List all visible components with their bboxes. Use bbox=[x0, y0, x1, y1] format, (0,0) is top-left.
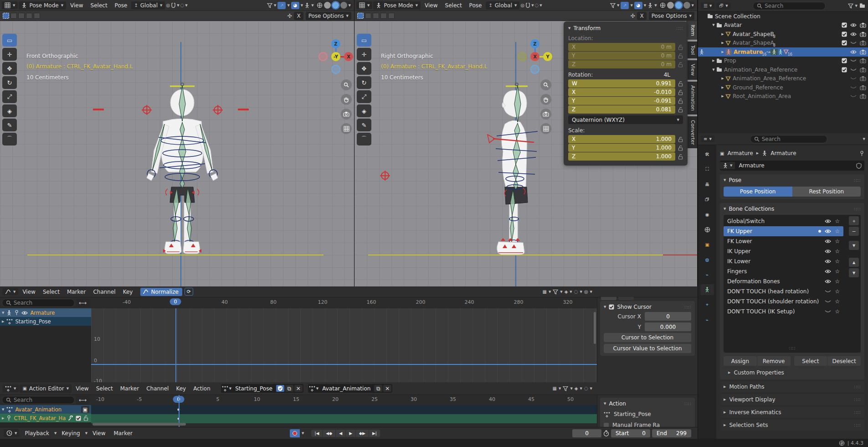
outliner-row[interactable]: ▶Armature16↝16 bbox=[698, 47, 868, 57]
tool-cursor-button[interactable]: ✛ bbox=[2, 48, 17, 61]
tool-select-box-button[interactable]: ▭ bbox=[2, 34, 17, 47]
graph-menu-view[interactable]: View bbox=[19, 288, 38, 296]
snap-icon[interactable]: ◈ bbox=[565, 289, 568, 294]
timeline-menu-playback[interactable]: Playback bbox=[21, 429, 52, 437]
lock-open-icon[interactable] bbox=[678, 53, 683, 59]
prev-keyframe-button[interactable]: ◀◆ bbox=[323, 430, 336, 437]
breadcrumb-data[interactable]: Armature bbox=[770, 150, 796, 156]
value-slider-z[interactable]: Z0.081 bbox=[568, 105, 675, 114]
eye-closed-icon[interactable] bbox=[825, 300, 831, 303]
action-panel-header[interactable]: ▼Action∷∷ bbox=[604, 400, 691, 407]
select-mode-2-button[interactable] bbox=[373, 13, 379, 19]
graph-menu-channel[interactable]: Channel bbox=[90, 288, 118, 296]
shading-wireframe-icon[interactable] bbox=[317, 2, 323, 8]
chevron-down-icon[interactable]: ▼ bbox=[863, 137, 865, 141]
bone-collection-row[interactable]: DON'T TOUCH (head rotation)☆ bbox=[724, 286, 843, 296]
select-button[interactable]: Select bbox=[794, 356, 827, 366]
eye-open-icon[interactable] bbox=[825, 229, 831, 234]
vp2-menu-pose[interactable]: Pose bbox=[466, 1, 485, 10]
expander-icon[interactable]: ▶ bbox=[720, 32, 725, 36]
move-down-button[interactable]: ▼ bbox=[849, 268, 859, 277]
dope-menu-select[interactable]: Select bbox=[93, 385, 116, 393]
vp2-mode-selector[interactable]: Pose Mode▼ bbox=[373, 1, 421, 10]
action-datablock[interactable]: ▼Starting_Pose⧉✕ bbox=[221, 384, 303, 393]
outliner-row[interactable]: ▶Ground_Reference bbox=[698, 83, 868, 92]
dope-mode-dropdown[interactable]: ▣Action Editor▼ bbox=[20, 385, 72, 393]
unlink-icon[interactable]: ✕ bbox=[294, 385, 303, 392]
graph-editor-type-button[interactable]: ▼ bbox=[2, 288, 18, 295]
select-mode-2-button[interactable] bbox=[18, 13, 25, 19]
gizmo-z-minus[interactable] bbox=[530, 65, 539, 74]
lock-open-icon[interactable] bbox=[678, 89, 683, 95]
eye-open-icon[interactable] bbox=[850, 32, 857, 36]
cursor-to-selection-button[interactable]: Cursor to Selection bbox=[604, 333, 691, 342]
graph-vertical-scrollbar[interactable] bbox=[594, 312, 596, 344]
vp2-menu-select[interactable]: Select bbox=[442, 1, 465, 10]
dope-playhead[interactable] bbox=[179, 395, 180, 427]
expander-icon[interactable]: ▼ bbox=[711, 68, 716, 72]
graph-menu-key[interactable]: Key bbox=[120, 288, 136, 296]
graph-search-input[interactable]: Search bbox=[2, 299, 75, 307]
gizmo-center-ball[interactable]: -Y bbox=[331, 52, 340, 61]
graph-curve-area[interactable]: 100-10 bbox=[91, 308, 597, 382]
vp1-menu-view[interactable]: View bbox=[67, 1, 86, 10]
visibility-filter-icon[interactable] bbox=[610, 3, 616, 8]
lock-open-icon[interactable] bbox=[678, 136, 683, 142]
tab-bone-constraint[interactable]: ⌁ bbox=[700, 314, 714, 325]
eye-open-icon[interactable] bbox=[825, 259, 831, 264]
timeline-menu-marker[interactable]: Marker bbox=[111, 429, 136, 437]
next-keyframe-button[interactable]: ◆▶ bbox=[356, 430, 369, 437]
value-slider-z[interactable]: Z0 m bbox=[568, 60, 675, 68]
current-frame-pill[interactable]: 0 bbox=[170, 298, 181, 305]
deselect-button[interactable]: Deselect bbox=[827, 356, 861, 366]
bone-collection-row[interactable]: IK Upper☆ bbox=[724, 246, 843, 256]
lock-open-icon[interactable] bbox=[678, 81, 683, 87]
camera-disable-icon[interactable] bbox=[860, 22, 866, 28]
select-mode-4-button[interactable] bbox=[34, 13, 40, 19]
shading-wireframe-icon[interactable] bbox=[660, 2, 666, 8]
tool-cursor-button[interactable]: ✛ bbox=[357, 48, 371, 61]
dope-channel-bone[interactable]: ▶CTRL_FK_Avatar_Ha bbox=[0, 414, 91, 422]
eye-closed-icon[interactable] bbox=[825, 310, 831, 313]
shading-solid-icon[interactable] bbox=[324, 2, 331, 9]
vp2-editor-type-button[interactable]: ▼ bbox=[356, 1, 372, 9]
filter-toggle-button[interactable]: ⟷ bbox=[76, 299, 89, 307]
rotation-mode-dropdown[interactable]: Quaternion (WXYZ)▼ bbox=[568, 115, 683, 124]
lock-open-icon[interactable] bbox=[678, 145, 683, 151]
shading-solid-icon[interactable] bbox=[667, 2, 674, 9]
armature-name-field[interactable]: ▼Armature bbox=[720, 161, 864, 171]
proportional-edit-icon[interactable]: ◌ bbox=[180, 3, 185, 8]
camera-disable-icon[interactable] bbox=[860, 58, 866, 63]
only-selected-icon[interactable]: ▦ bbox=[553, 386, 557, 391]
tab-physics[interactable]: ◍ bbox=[700, 254, 714, 265]
gizmo-center-ball[interactable]: X bbox=[530, 52, 539, 61]
eye-dim-icon[interactable] bbox=[850, 94, 857, 98]
expander-icon[interactable]: ▶ bbox=[720, 77, 725, 80]
exclude-checkbox[interactable] bbox=[842, 58, 847, 63]
overlays-toggle-icon[interactable]: ◕ bbox=[291, 2, 299, 9]
transform-panel-header[interactable]: ▼Transform∷∷ bbox=[568, 25, 683, 31]
current-frame-field[interactable]: 0 bbox=[572, 429, 601, 437]
camera-disable-icon[interactable] bbox=[860, 49, 866, 55]
expander-icon[interactable]: ▶ bbox=[720, 50, 725, 54]
outliner-row[interactable]: ▶Avatar_ShapeB8 bbox=[698, 30, 868, 39]
sidebar-tab-view[interactable]: View bbox=[686, 60, 697, 79]
shading-material-icon[interactable] bbox=[332, 2, 339, 9]
outliner-row[interactable]: ▶Prop bbox=[698, 57, 868, 66]
timeline-menu-view[interactable]: View bbox=[89, 429, 108, 437]
outliner-display-mode-button[interactable]: ☰▼ bbox=[701, 2, 714, 9]
jump-to-end-button[interactable]: ▶| bbox=[369, 430, 380, 437]
vp1-axis-gizmo[interactable]: ZX-Y bbox=[317, 37, 354, 76]
eye-closed-icon[interactable] bbox=[850, 68, 857, 72]
vp1-pose-options-dropdown[interactable]: Pose Options▼ bbox=[306, 12, 351, 20]
gizmo-z-plus[interactable]: Z bbox=[331, 39, 340, 48]
solo-star-icon[interactable]: ☆ bbox=[835, 278, 840, 285]
outliner-filter-mode-button[interactable]: 🗗▼ bbox=[716, 2, 730, 9]
graph-playhead[interactable] bbox=[175, 308, 176, 382]
proportional-icon[interactable]: ◌ bbox=[574, 289, 578, 294]
sidebar-tab-shape[interactable] bbox=[601, 297, 616, 300]
play-button[interactable]: ▶ bbox=[346, 430, 356, 437]
sidebar-tab-tool[interactable]: Tool bbox=[686, 42, 697, 58]
lock-open-icon[interactable] bbox=[83, 415, 88, 421]
eye-closed-icon[interactable] bbox=[825, 290, 831, 293]
